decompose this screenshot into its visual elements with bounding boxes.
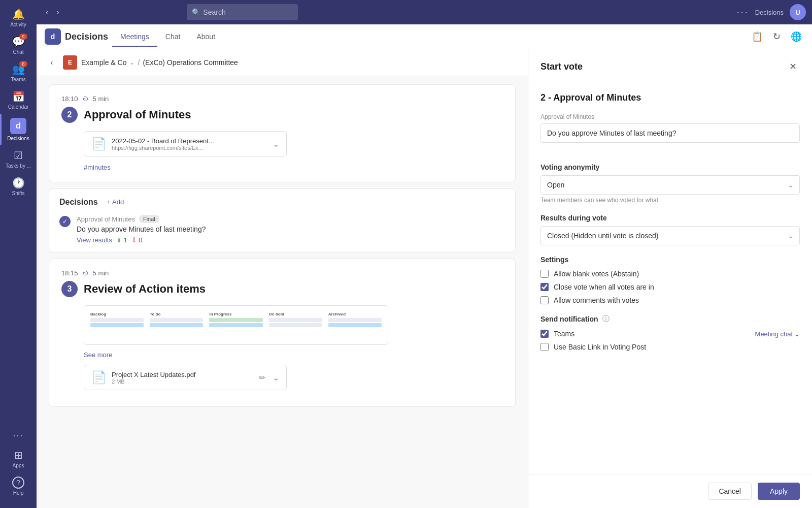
decision-tag: Final [139, 215, 159, 223]
tab-meetings[interactable]: Meetings [112, 27, 157, 47]
tasks-icon: ☑ [12, 149, 24, 162]
blank-votes-checkbox[interactable] [540, 270, 549, 278]
user-avatar[interactable]: U [790, 4, 806, 20]
panel-section-title: 2 - Approval of Minutes [540, 92, 800, 103]
expand-icon[interactable]: ⌄ [273, 139, 279, 149]
file-card-minutes[interactable]: 📄 2022-05-02 - Board of Represent... htt… [84, 131, 287, 156]
vote-down-count: ⇩ 0 [131, 236, 143, 244]
top-bar: ‹ › 🔍 ··· Decisions U [37, 0, 812, 24]
anonymity-field-group: Voting anonymity Open Anonymous ⌄ Team m… [540, 163, 800, 204]
tab-chat[interactable]: Chat [157, 27, 189, 47]
close-vote-checkbox[interactable] [540, 283, 549, 291]
anonymity-dropdown-wrap: Open Anonymous ⌄ [540, 175, 800, 195]
breadcrumb-org: Example & Co [81, 58, 126, 67]
chat-icon: 💬 9 [12, 36, 24, 48]
kanban-col-backlog: Backlog [88, 310, 146, 340]
file-icon: 📄 [91, 137, 107, 151]
activity-icon: 🔔 [12, 8, 24, 20]
agenda-2-content: 📄 2022-05-02 - Board of Represent... htt… [61, 131, 503, 172]
tab-about[interactable]: About [188, 27, 223, 47]
shifts-icon: 🕐 [12, 177, 24, 189]
anonymity-label: Voting anonymity [540, 163, 800, 171]
kanban-preview-card[interactable]: Backlog To do In Pro [84, 305, 388, 345]
agenda-3-content: Backlog To do In Pro [61, 305, 503, 390]
file-url: https://figg.sharepoint.com/sites/Ex... [112, 145, 267, 151]
sidebar-item-decisions[interactable]: d Decisions [0, 114, 37, 145]
kanban-col-archived: Archived [326, 310, 384, 340]
breadcrumb-logo: E [63, 55, 77, 70]
approval-field-group: Approval of Minutes [540, 113, 800, 153]
bookmark-icon[interactable]: 📋 [750, 29, 765, 44]
clock-icon-3: ⏲ [82, 269, 89, 277]
calendar-icon: 📅 [12, 90, 24, 103]
pdf-icon: 📄 [91, 370, 107, 385]
decisions-icon: d [10, 118, 26, 134]
hashtag-minutes[interactable]: #minutes [84, 164, 111, 171]
agenda-2-title-row: 2 Approval of Minutes [61, 107, 503, 123]
meeting-content: ‹ E Example & Co ⌄ / (ExCo) Operations C… [37, 49, 528, 508]
blank-votes-label: Allow blank votes (Abstain) [554, 270, 639, 278]
sidebar-item-apps[interactable]: ⊞ Apps [10, 445, 26, 472]
teams-icon: 👥 8 [12, 63, 24, 75]
basic-link-checkbox[interactable] [540, 343, 549, 351]
anonymity-hint: Team members can see who voted for what [540, 197, 800, 204]
sidebar-item-teams[interactable]: 👥 8 Teams [0, 59, 37, 86]
search-input[interactable] [187, 4, 298, 20]
apply-button[interactable]: Apply [758, 483, 800, 500]
allow-comments-checkbox[interactable] [540, 296, 549, 304]
meeting-inner: 18:10 ⏲ 5 min 2 Approval of Minutes 📄 20… [37, 76, 528, 421]
panel-title: Start vote [540, 61, 583, 72]
nav-forward-button[interactable]: › [53, 6, 62, 19]
close-vote-checkbox-item: Close vote when all votes are in [540, 283, 800, 291]
decision-title-row: Approval of Minutes Final [77, 215, 505, 223]
allow-comments-label: Allow comments with votes [554, 296, 639, 304]
sidebar-item-activity[interactable]: 🔔 Activity [0, 4, 37, 31]
file-card-pdf[interactable]: 📄 Project X Latest Updates.pdf 2 MB ✏ ⌄ [84, 365, 287, 390]
help-icon: ? [12, 477, 24, 489]
view-results-link[interactable]: View results [77, 236, 112, 244]
kanban-col-todo: To do [148, 310, 205, 340]
panel-footer: Cancel Apply [528, 474, 812, 508]
sidebar-item-shifts[interactable]: 🕐 Shifts [0, 173, 37, 200]
approval-input[interactable] [540, 123, 800, 143]
decisions-section: Decisions + Add ✓ Approval of Minutes Fi… [49, 188, 516, 252]
breadcrumb-back-button[interactable]: ‹ [45, 55, 59, 70]
info-icon[interactable]: ⓘ [602, 314, 610, 324]
agenda-2-time: 18:10 [61, 95, 78, 103]
sidebar-item-tasks[interactable]: ☑ Tasks by ... [0, 145, 37, 173]
see-more-link[interactable]: See more [84, 351, 503, 359]
sidebar-item-calendar[interactable]: 📅 Calendar [0, 86, 37, 114]
sidebar-item-help[interactable]: ? Help [10, 472, 26, 500]
teams-notif-checkbox[interactable] [540, 330, 549, 338]
refresh-icon[interactable]: ↻ [771, 29, 783, 44]
settings-label: Settings [540, 256, 800, 264]
sidebar-item-chat[interactable]: 💬 9 Chat [0, 31, 37, 59]
add-decision-button[interactable]: + Add [104, 197, 127, 207]
decision-item: ✓ Approval of Minutes Final Do you appro… [59, 215, 505, 244]
pdf-file-size: 2 MB [112, 378, 252, 385]
results-select[interactable]: Closed (Hidden until vote is closed) Ope… [540, 226, 800, 245]
sidebar-item-more[interactable]: ··· [10, 426, 26, 445]
agenda-3-time-row: 18:15 ⏲ 5 min [61, 269, 503, 277]
file-name: 2022-05-02 - Board of Represent... [112, 137, 267, 145]
nav-back-button[interactable]: ‹ [43, 6, 51, 19]
globe-icon[interactable]: 🌐 [789, 29, 804, 44]
anonymity-select[interactable]: Open Anonymous [540, 175, 800, 195]
cancel-button[interactable]: Cancel [708, 483, 752, 500]
agenda-2-number: 2 [61, 107, 78, 123]
expand-pdf-icon[interactable]: ⌄ [273, 373, 279, 383]
agenda-3-title-row: 3 Review of Action items [61, 281, 503, 297]
panel-close-button[interactable]: ✕ [786, 59, 800, 74]
agenda-3-duration: 5 min [93, 269, 109, 277]
decision-question: Do you approve Minutes of last meeting? [77, 225, 505, 233]
breadcrumb-meeting: (ExCo) Operations Committee [143, 58, 238, 67]
more-options-button[interactable]: ··· [737, 7, 749, 18]
main-area: ‹ › 🔍 ··· Decisions U d Decisions Meetin… [37, 0, 812, 508]
meeting-chat-link[interactable]: Meeting chat ⌄ [755, 330, 800, 338]
pdf-file-name: Project X Latest Updates.pdf [112, 371, 252, 378]
breadcrumb-separator: / [138, 58, 140, 67]
sidebar: 🔔 Activity 💬 9 Chat 👥 8 Teams 📅 Calendar… [0, 0, 37, 508]
edit-icon[interactable]: ✏ [257, 371, 267, 385]
decision-check-icon: ✓ [59, 216, 71, 227]
app-logo: d [45, 28, 61, 45]
